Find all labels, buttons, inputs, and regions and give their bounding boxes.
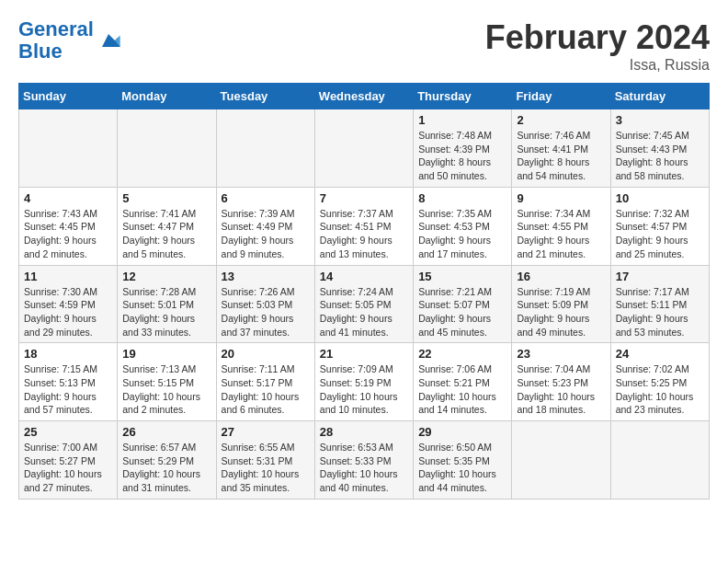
calendar-cell: 7Sunrise: 7:37 AM Sunset: 4:51 PM Daylig… — [314, 187, 413, 265]
day-number: 20 — [222, 347, 310, 361]
day-info: Sunrise: 7:45 AM Sunset: 4:43 PM Dayligh… — [616, 129, 704, 183]
day-info: Sunrise: 7:17 AM Sunset: 5:11 PM Dayligh… — [616, 285, 704, 339]
calendar-cell: 12Sunrise: 7:28 AM Sunset: 5:01 PM Dayli… — [118, 265, 216, 343]
day-info: Sunrise: 7:30 AM Sunset: 4:59 PM Dayligh… — [24, 285, 112, 339]
calendar-cell — [118, 109, 216, 188]
day-number: 23 — [517, 347, 605, 361]
day-number: 25 — [24, 425, 112, 439]
weekday-header: Sunday — [19, 84, 118, 109]
calendar-week-row: 25Sunrise: 7:00 AM Sunset: 5:27 PM Dayli… — [19, 421, 710, 500]
day-info: Sunrise: 7:02 AM Sunset: 5:25 PM Dayligh… — [616, 362, 704, 417]
calendar-cell: 11Sunrise: 7:30 AM Sunset: 4:59 PM Dayli… — [19, 265, 118, 343]
calendar-cell: 2Sunrise: 7:46 AM Sunset: 4:41 PM Daylig… — [512, 109, 610, 188]
day-info: Sunrise: 7:24 AM Sunset: 5:05 PM Dayligh… — [320, 285, 408, 339]
calendar-week-row: 4Sunrise: 7:43 AM Sunset: 4:45 PM Daylig… — [19, 187, 710, 265]
day-info: Sunrise: 7:06 AM Sunset: 5:21 PM Dayligh… — [418, 362, 506, 417]
day-info: Sunrise: 7:21 AM Sunset: 5:07 PM Dayligh… — [418, 285, 506, 339]
day-info: Sunrise: 7:09 AM Sunset: 5:19 PM Dayligh… — [320, 362, 408, 417]
day-number: 3 — [616, 113, 704, 127]
calendar-cell: 9Sunrise: 7:34 AM Sunset: 4:55 PM Daylig… — [512, 187, 610, 265]
calendar-cell: 27Sunrise: 6:55 AM Sunset: 5:31 PM Dayli… — [216, 421, 314, 500]
day-number: 14 — [320, 270, 408, 283]
calendar-cell: 10Sunrise: 7:32 AM Sunset: 4:57 PM Dayli… — [610, 187, 709, 265]
weekday-header: Wednesday — [314, 84, 413, 109]
weekday-header: Saturday — [610, 84, 709, 109]
day-number: 11 — [24, 270, 112, 283]
day-info: Sunrise: 7:48 AM Sunset: 4:39 PM Dayligh… — [418, 129, 506, 183]
day-number: 26 — [122, 425, 210, 439]
day-number: 12 — [122, 270, 210, 283]
weekday-header: Tuesday — [216, 84, 314, 109]
calendar-cell: 23Sunrise: 7:04 AM Sunset: 5:23 PM Dayli… — [512, 343, 610, 421]
month-title: February 2024 — [485, 18, 710, 57]
day-number: 8 — [418, 191, 506, 205]
day-number: 17 — [616, 270, 704, 283]
day-info: Sunrise: 7:00 AM Sunset: 5:27 PM Dayligh… — [24, 441, 112, 495]
logo-text: GeneralBlue — [18, 18, 94, 63]
location-title: Issa, Russia — [485, 57, 710, 74]
day-number: 4 — [24, 191, 112, 205]
day-info: Sunrise: 7:04 AM Sunset: 5:23 PM Dayligh… — [517, 362, 605, 417]
calendar-cell: 26Sunrise: 6:57 AM Sunset: 5:29 PM Dayli… — [118, 421, 216, 500]
calendar-cell: 24Sunrise: 7:02 AM Sunset: 5:25 PM Dayli… — [610, 343, 709, 421]
day-info: Sunrise: 7:32 AM Sunset: 4:57 PM Dayligh… — [616, 207, 704, 261]
day-info: Sunrise: 7:15 AM Sunset: 5:13 PM Dayligh… — [24, 362, 112, 417]
day-info: Sunrise: 6:53 AM Sunset: 5:33 PM Dayligh… — [320, 441, 408, 495]
calendar-cell: 3Sunrise: 7:45 AM Sunset: 4:43 PM Daylig… — [610, 109, 709, 188]
weekday-header-row: SundayMondayTuesdayWednesdayThursdayFrid… — [19, 84, 710, 109]
calendar-week-row: 1Sunrise: 7:48 AM Sunset: 4:39 PM Daylig… — [19, 109, 710, 188]
header: GeneralBlue February 2024 Issa, Russia — [18, 18, 710, 74]
calendar-week-row: 18Sunrise: 7:15 AM Sunset: 5:13 PM Dayli… — [19, 343, 710, 421]
calendar-cell: 18Sunrise: 7:15 AM Sunset: 5:13 PM Dayli… — [19, 343, 118, 421]
calendar-cell: 5Sunrise: 7:41 AM Sunset: 4:47 PM Daylig… — [118, 187, 216, 265]
day-number: 2 — [517, 113, 605, 127]
day-info: Sunrise: 7:41 AM Sunset: 4:47 PM Dayligh… — [122, 207, 210, 261]
day-info: Sunrise: 7:11 AM Sunset: 5:17 PM Dayligh… — [222, 362, 310, 417]
calendar-cell: 25Sunrise: 7:00 AM Sunset: 5:27 PM Dayli… — [19, 421, 118, 500]
day-info: Sunrise: 6:50 AM Sunset: 5:35 PM Dayligh… — [418, 441, 506, 495]
day-info: Sunrise: 7:46 AM Sunset: 4:41 PM Dayligh… — [517, 129, 605, 183]
day-number: 21 — [320, 347, 408, 361]
calendar-cell — [512, 421, 610, 500]
day-number: 6 — [222, 191, 310, 205]
calendar-cell — [19, 109, 118, 188]
calendar-cell: 1Sunrise: 7:48 AM Sunset: 4:39 PM Daylig… — [414, 109, 512, 188]
day-info: Sunrise: 6:55 AM Sunset: 5:31 PM Dayligh… — [222, 441, 310, 495]
day-number: 10 — [616, 191, 704, 205]
day-info: Sunrise: 7:28 AM Sunset: 5:01 PM Dayligh… — [122, 285, 210, 339]
day-number: 13 — [222, 270, 310, 283]
day-info: Sunrise: 7:19 AM Sunset: 5:09 PM Dayligh… — [517, 285, 605, 339]
calendar-cell: 19Sunrise: 7:13 AM Sunset: 5:15 PM Dayli… — [118, 343, 216, 421]
calendar-cell: 16Sunrise: 7:19 AM Sunset: 5:09 PM Dayli… — [512, 265, 610, 343]
day-number: 19 — [122, 347, 210, 361]
calendar-cell: 17Sunrise: 7:17 AM Sunset: 5:11 PM Dayli… — [610, 265, 709, 343]
day-number: 27 — [222, 425, 310, 439]
calendar-table: SundayMondayTuesdayWednesdayThursdayFrid… — [18, 83, 710, 500]
calendar-cell: 13Sunrise: 7:26 AM Sunset: 5:03 PM Dayli… — [216, 265, 314, 343]
title-area: February 2024 Issa, Russia — [485, 18, 710, 74]
day-number: 1 — [418, 113, 506, 127]
calendar-cell — [216, 109, 314, 188]
calendar-cell: 20Sunrise: 7:11 AM Sunset: 5:17 PM Dayli… — [216, 343, 314, 421]
logo: GeneralBlue — [18, 18, 121, 63]
calendar-cell: 29Sunrise: 6:50 AM Sunset: 5:35 PM Dayli… — [414, 421, 512, 500]
day-number: 22 — [418, 347, 506, 361]
day-info: Sunrise: 7:13 AM Sunset: 5:15 PM Dayligh… — [122, 362, 210, 417]
day-info: Sunrise: 7:37 AM Sunset: 4:51 PM Dayligh… — [320, 207, 408, 261]
day-info: Sunrise: 7:26 AM Sunset: 5:03 PM Dayligh… — [222, 285, 310, 339]
weekday-header: Friday — [512, 84, 610, 109]
calendar-cell: 21Sunrise: 7:09 AM Sunset: 5:19 PM Dayli… — [314, 343, 413, 421]
day-number: 28 — [320, 425, 408, 439]
calendar-cell — [610, 421, 709, 500]
day-number: 5 — [122, 191, 210, 205]
day-number: 29 — [418, 425, 506, 439]
weekday-header: Monday — [118, 84, 216, 109]
calendar-cell: 15Sunrise: 7:21 AM Sunset: 5:07 PM Dayli… — [414, 265, 512, 343]
day-number: 9 — [517, 191, 605, 205]
day-info: Sunrise: 7:34 AM Sunset: 4:55 PM Dayligh… — [517, 207, 605, 261]
calendar-cell — [314, 109, 413, 188]
day-info: Sunrise: 7:35 AM Sunset: 4:53 PM Dayligh… — [418, 207, 506, 261]
day-info: Sunrise: 7:43 AM Sunset: 4:45 PM Dayligh… — [24, 207, 112, 261]
weekday-header: Thursday — [414, 84, 512, 109]
day-info: Sunrise: 7:39 AM Sunset: 4:49 PM Dayligh… — [222, 207, 310, 261]
